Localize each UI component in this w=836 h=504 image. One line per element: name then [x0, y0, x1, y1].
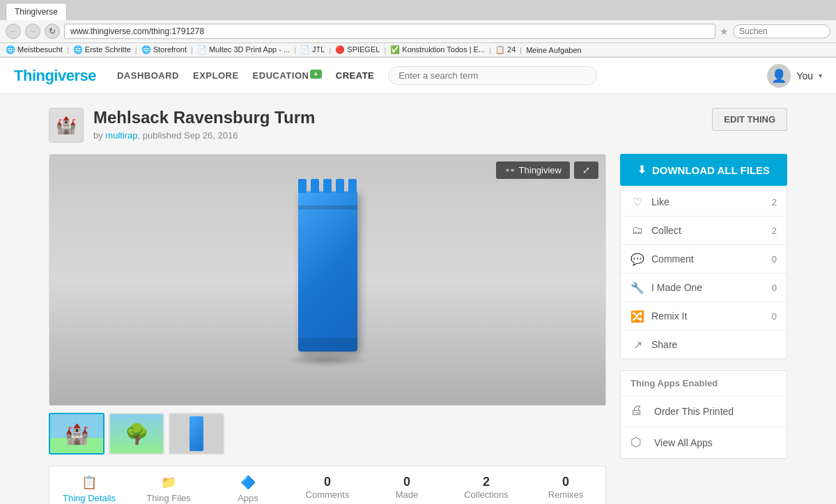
browser-chrome: Thingiverse ← → ↻ www.thingiverse.com/th…	[0, 0, 836, 58]
content-left: 👓 Thingiview ⤢ 🏰 🌳	[49, 154, 606, 504]
thing-header: 🏰 Mehlsack Ravensburg Turm by multirap, …	[49, 108, 787, 143]
tab-remixes[interactable]: 0 Remixes	[526, 466, 605, 504]
heart-icon: ♡	[630, 195, 644, 209]
remixes-label: Remixes	[532, 489, 600, 500]
user-menu[interactable]: 👤 You ▾	[767, 64, 822, 88]
thing-details-icon: 📋	[55, 475, 123, 490]
imadeone-label: I Made One	[651, 282, 772, 293]
thing-meta: by multirap, published Sep 26, 2016	[93, 130, 712, 141]
user-avatar: 👤	[767, 64, 791, 88]
share-action[interactable]: ↗ Share	[621, 331, 787, 359]
nav-links: DASHBOARD EXPLORE EDUCATION+ CREATE	[117, 70, 374, 81]
thing-author-link[interactable]: multirap	[105, 130, 137, 141]
bookmarks-bar: 🌐 Meistbesucht | 🌐 Erste Schritte | 🌐 St…	[0, 43, 836, 57]
comment-label: Comment	[651, 253, 772, 265]
bookmark-spiegel[interactable]: 🔴 SPIEGEL	[335, 45, 380, 54]
comment-icon: 💬	[630, 252, 644, 266]
order-printed-label: Order This Printed	[654, 406, 734, 417]
imadeone-count: 0	[772, 283, 777, 293]
edit-thing-button[interactable]: EDIT THING	[712, 108, 787, 131]
main-image	[49, 155, 605, 405]
tab-thing-details[interactable]: 📋 Thing Details	[49, 466, 129, 504]
bookmark-konstruktion[interactable]: ✅ Konstruktion Todos | E...	[390, 45, 485, 54]
imadeone-action[interactable]: 🔧 I Made One 0	[621, 274, 787, 302]
collect-action[interactable]: 🗂 Collect 2	[621, 216, 787, 245]
tab-made[interactable]: 0 Made	[367, 466, 447, 504]
education-badge: +	[310, 70, 321, 79]
main-content: 🏰 Mehlsack Ravensburg Turm by multirap, …	[35, 94, 801, 504]
tab-apps[interactable]: 🔷 Apps	[208, 466, 288, 504]
thing-files-icon: 📁	[134, 475, 203, 490]
bookmark-aufgaben[interactable]: Meine Aufgaben	[526, 46, 582, 54]
made-label: Made	[373, 489, 441, 500]
comment-action[interactable]: 💬 Comment 0	[621, 245, 787, 274]
remix-action[interactable]: 🔀 Remix It 0	[621, 302, 787, 331]
image-area: 👓 Thingiview ⤢	[49, 154, 606, 406]
order-printed-app[interactable]: 🖨 Order This Printed	[621, 396, 787, 427]
content-layout: 👓 Thingiview ⤢ 🏰 🌳	[49, 154, 787, 504]
browser-tabs: Thingiverse	[0, 0, 836, 20]
apps-section: Thing Apps Enabled 🖨 Order This Printed …	[620, 370, 787, 459]
thumbnail-3[interactable]	[169, 413, 224, 455]
thumbnail-2[interactable]: 🌳	[109, 413, 164, 455]
tab-thing-files[interactable]: 📁 Thing Files	[129, 466, 208, 504]
collect-count: 2	[772, 226, 777, 236]
apps-grid-icon: ⬡	[630, 434, 647, 451]
bookmark-meistbesucht[interactable]: 🌐 Meistbesucht	[6, 45, 63, 54]
content-right: ⬇ DOWNLOAD ALL FILES ♡ Like 2 🗂 Collect …	[620, 154, 787, 504]
imadeone-icon: 🔧	[630, 281, 644, 294]
glasses-icon: 👓	[504, 165, 516, 175]
browser-search-input[interactable]	[733, 24, 830, 38]
collections-label: Collections	[452, 489, 520, 500]
action-list: ♡ Like 2 🗂 Collect 2 💬 Comment 0 🔧 I Mad…	[620, 187, 787, 359]
bookmark-erste[interactable]: 🌐 Erste Schritte	[73, 45, 131, 54]
reload-btn[interactable]: ↻	[45, 24, 60, 39]
thumbnail-row: 🏰 🌳	[49, 413, 606, 455]
nav-create[interactable]: CREATE	[336, 70, 374, 81]
remix-label: Remix It	[651, 310, 772, 322]
thingiview-button[interactable]: 👓 Thingiview	[496, 162, 570, 179]
remixes-count: 0	[532, 475, 600, 489]
fullscreen-button[interactable]: ⤢	[574, 162, 598, 179]
user-name: You	[796, 70, 813, 81]
remix-count: 0	[772, 311, 777, 322]
site-header: Thingiverse DASHBOARD EXPLORE EDUCATION+…	[0, 58, 836, 94]
header-search	[388, 66, 597, 85]
bookmark-star[interactable]: ★	[720, 26, 729, 37]
nav-dashboard[interactable]: DASHBOARD	[117, 70, 179, 81]
printer-icon: 🖨	[630, 403, 647, 420]
thumbnail-1[interactable]: 🏰	[49, 413, 104, 455]
site-logo[interactable]: Thingiverse	[14, 67, 96, 85]
view-all-apps-label: View All Apps	[654, 437, 713, 448]
thing-files-label: Thing Files	[134, 493, 203, 503]
header-search-input[interactable]	[388, 66, 597, 85]
download-all-files-button[interactable]: ⬇ DOWNLOAD ALL FILES	[620, 154, 787, 186]
view-all-apps[interactable]: ⬡ View All Apps	[621, 427, 787, 458]
collections-count: 2	[452, 475, 520, 489]
tab-collections[interactable]: 2 Collections	[447, 466, 526, 504]
apps-icon: 🔷	[214, 475, 282, 490]
like-count: 2	[772, 197, 777, 207]
bookmark-jtl[interactable]: 📄 JTL	[300, 45, 325, 54]
apps-label: Apps	[214, 493, 282, 503]
collect-label: Collect	[651, 225, 772, 236]
forward-btn[interactable]: →	[25, 24, 40, 39]
active-tab[interactable]: Thingiverse	[6, 3, 67, 20]
nav-explore[interactable]: EXPLORE	[193, 70, 239, 81]
image-overlay-buttons: 👓 Thingiview ⤢	[496, 162, 598, 179]
thing-title: Mehlsack Ravensburg Turm	[93, 108, 712, 127]
nav-education[interactable]: EDUCATION+	[253, 70, 322, 81]
bookmark-storefront[interactable]: 🌐 Storefront	[141, 45, 187, 54]
address-bar[interactable]: www.thingiverse.com/thing:1791278	[64, 24, 715, 39]
tab-comments[interactable]: 0 Comments	[288, 466, 367, 504]
apps-section-title: Thing Apps Enabled	[621, 371, 787, 396]
share-label: Share	[651, 339, 777, 350]
like-action[interactable]: ♡ Like 2	[621, 188, 787, 216]
back-btn[interactable]: ←	[6, 24, 21, 39]
bookmark-multec[interactable]: 📄 Multec 3D Print App - ...	[197, 45, 290, 54]
comments-label: Comments	[293, 489, 362, 500]
bookmark-24[interactable]: 📋 24	[495, 45, 516, 54]
comments-count: 0	[293, 475, 362, 489]
owner-avatar: 🏰	[49, 108, 84, 143]
user-dropdown-arrow: ▾	[819, 72, 822, 79]
